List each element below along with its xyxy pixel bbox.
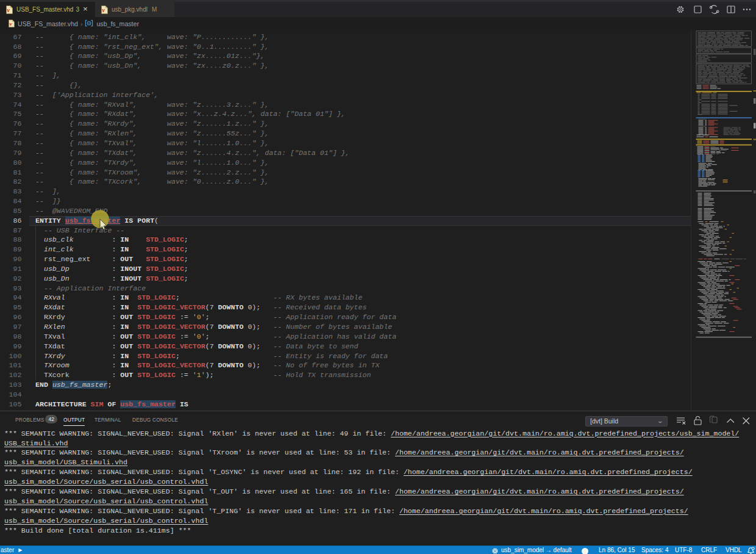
svg-text:v: v xyxy=(102,7,105,13)
svg-text:v: v xyxy=(7,7,10,13)
